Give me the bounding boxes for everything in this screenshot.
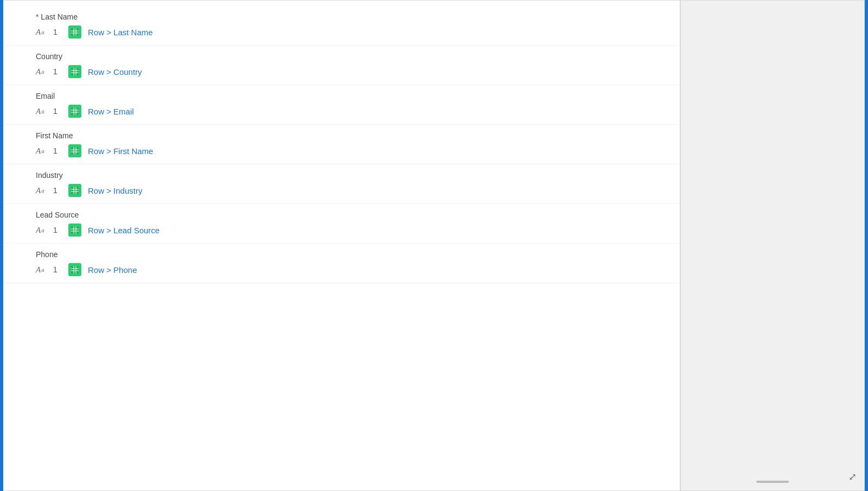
field-link-email[interactable]: Row > Email: [88, 107, 134, 116]
field-row-first-name: Aa1 Row > First Name: [36, 144, 647, 157]
field-row-industry: Aa1 Row > Industry: [36, 184, 647, 197]
row-number-phone: 1: [53, 265, 62, 274]
field-row-lead-source: Aa1 Row > Lead Source: [36, 224, 647, 237]
field-label-phone: Phone: [36, 250, 647, 259]
type-icon: Aa: [36, 28, 47, 37]
type-icon: Aa: [36, 146, 47, 156]
field-group-country: CountryAa1 Row > Country: [3, 46, 680, 85]
field-link-first-name[interactable]: Row > First Name: [88, 146, 153, 156]
field-label-first-name: First Name: [36, 131, 647, 140]
field-label-country: Country: [36, 52, 647, 61]
field-row-last-name: Aa1 Row > Last Name: [36, 25, 647, 39]
field-label-industry: Industry: [36, 171, 647, 180]
field-label-email: Email: [36, 92, 647, 100]
svg-rect-15: [71, 147, 79, 155]
type-icon: Aa: [36, 107, 47, 116]
field-group-phone: PhoneAa1 Row > Phone: [3, 244, 680, 283]
right-border-accent: [865, 0, 868, 491]
type-icon: Aa: [36, 226, 47, 235]
field-row-phone: Aa1 Row > Phone: [36, 263, 647, 276]
field-group-last-name: Last NameAa1 Row > Last Name: [3, 6, 680, 46]
field-row-country: Aa1 Row > Country: [36, 65, 647, 78]
svg-rect-10: [71, 107, 79, 115]
row-number-lead-source: 1: [53, 226, 62, 234]
field-link-lead-source[interactable]: Row > Lead Source: [88, 226, 159, 235]
spreadsheet-icon: [68, 105, 81, 118]
content-panel: Last NameAa1 Row > Last NameCountryAa1 R…: [3, 0, 680, 491]
type-icon: Aa: [36, 186, 47, 195]
field-link-last-name[interactable]: Row > Last Name: [88, 28, 153, 37]
field-group-industry: IndustryAa1 Row > Industry: [3, 164, 680, 204]
field-group-lead-source: Lead SourceAa1 Row > Lead Source: [3, 204, 680, 244]
field-label-lead-source: Lead Source: [36, 211, 647, 219]
expand-button[interactable]: ⤢: [848, 471, 857, 483]
row-number-last-name: 1: [53, 28, 62, 36]
row-number-country: 1: [53, 67, 62, 76]
row-number-industry: 1: [53, 186, 62, 195]
svg-rect-25: [71, 226, 79, 234]
field-link-country[interactable]: Row > Country: [88, 67, 142, 76]
svg-rect-0: [71, 28, 79, 36]
row-number-email: 1: [53, 107, 62, 116]
field-link-phone[interactable]: Row > Phone: [88, 265, 137, 275]
type-icon: Aa: [36, 67, 47, 76]
spreadsheet-icon: [68, 144, 81, 157]
main-container: Last NameAa1 Row > Last NameCountryAa1 R…: [0, 0, 868, 491]
field-link-industry[interactable]: Row > Industry: [88, 186, 142, 195]
spreadsheet-icon: [68, 184, 81, 197]
svg-rect-20: [71, 187, 79, 194]
spreadsheet-icon: [68, 25, 81, 39]
field-group-first-name: First NameAa1 Row > First Name: [3, 125, 680, 164]
field-group-email: EmailAa1 Row > Email: [3, 85, 680, 125]
svg-rect-5: [71, 68, 79, 75]
right-panel: ⤢: [680, 0, 865, 491]
row-number-first-name: 1: [53, 146, 62, 155]
field-label-last-name: Last Name: [36, 12, 647, 21]
spreadsheet-icon: [68, 65, 81, 78]
field-row-email: Aa1 Row > Email: [36, 105, 647, 118]
scrollbar[interactable]: [756, 481, 789, 483]
spreadsheet-icon: [68, 263, 81, 276]
svg-rect-30: [71, 266, 79, 273]
spreadsheet-icon: [68, 224, 81, 237]
type-icon: Aa: [36, 265, 47, 275]
